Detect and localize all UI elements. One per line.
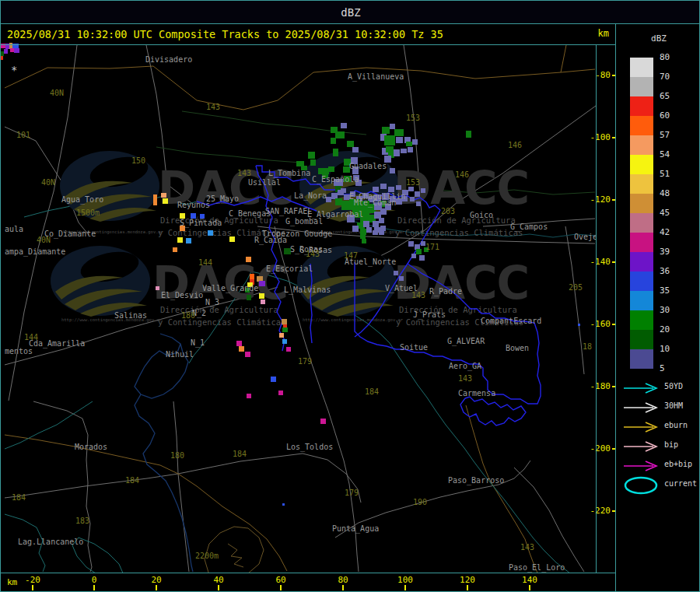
echo-cell: [279, 333, 284, 338]
route-label: 143: [520, 544, 534, 552]
dbz-scale-block: [630, 271, 653, 291]
map-blue-line: [355, 262, 541, 404]
route-label: 101: [16, 131, 30, 139]
dbz-scale-label: 35: [660, 285, 683, 296]
echo-cell: [331, 138, 336, 144]
echo-cell: [286, 347, 291, 352]
route-label: 150: [131, 157, 145, 165]
marker-ellipse-icon: [622, 476, 663, 495]
legend-marker-label: current: [664, 479, 697, 488]
dbz-scale-label: 60: [660, 110, 683, 121]
echo-cell: [421, 188, 425, 193]
echo-cell: [382, 127, 390, 134]
bottom-axis-tick-label: 140: [514, 575, 545, 585]
dbz-scale-label: 42: [660, 227, 683, 237]
bottom-axis-tick-label: 60: [265, 575, 296, 585]
legend-marker-label: eb+bip: [664, 460, 692, 468]
place-label: G_Campos: [510, 223, 548, 231]
place-label: 25_Mayo: [206, 195, 239, 203]
echo-cell: [153, 194, 157, 201]
echo-cell: [247, 295, 251, 300]
echo-cell: [310, 159, 316, 166]
place-label: ampa_Diamante: [5, 248, 65, 256]
legend-marker-label: eburn: [664, 421, 688, 429]
bottom-axis-unit: km: [7, 577, 17, 587]
dbz-scale-label: 10: [660, 344, 683, 354]
echo-cell: [390, 124, 395, 129]
bottom-axis-tick-mark: [342, 585, 344, 590]
place-label: Los_Toldos: [286, 443, 333, 451]
echo-cell: [245, 352, 250, 357]
dbz-scale-block: [630, 77, 653, 96]
dbz-scale-label: 54: [660, 149, 683, 159]
map-blue-line: [256, 166, 285, 351]
route-label: 40N: [41, 179, 55, 187]
echo-cell: [466, 131, 471, 138]
dbz-scale-block: [630, 135, 653, 155]
dbz-scale-block: [630, 252, 653, 271]
place-label: N_3: [205, 299, 219, 307]
route-label: 183: [75, 517, 89, 525]
echo-cell: [246, 257, 251, 262]
bottom-axis-tick-label: -20: [17, 575, 48, 585]
legend-panel: dBZ 807065605754514845423936353020105 50…: [615, 24, 700, 592]
echo-cell: [271, 377, 276, 382]
place-label: G_bombal: [285, 218, 323, 226]
legend-marker-row: eb+bip: [616, 457, 700, 475]
bottom-axis-tick-mark: [156, 585, 157, 590]
route-label: 180: [170, 452, 184, 460]
dbz-scale-block: [630, 155, 653, 174]
echo-cell: [386, 146, 394, 152]
echo-cell: [408, 187, 414, 191]
dbz-scale-block: [630, 330, 653, 349]
place-label: Paso_El_Loro: [509, 564, 565, 572]
echo-cell: [278, 391, 283, 395]
route-label: 143: [306, 250, 320, 258]
dbz-scale-label: 51: [660, 169, 683, 179]
dbz-scale-block: [630, 194, 653, 213]
place-label: mentos: [5, 348, 33, 356]
route-label: 179: [298, 358, 312, 366]
place-label: C_Española: [312, 176, 359, 184]
route-label: 143: [237, 170, 251, 177]
bottom-axis-tick-label: 100: [390, 575, 421, 585]
place-label: R_Padre: [429, 288, 462, 296]
place-label: Morados: [75, 443, 107, 451]
place-label: Mte_Coman: [354, 199, 396, 207]
place-label: Soitue: [400, 344, 428, 352]
asterisk-marker: *: [11, 66, 17, 74]
legend-marker-row: 50YD: [616, 379, 700, 398]
echo-cell: [247, 394, 251, 398]
dbz-scale-block: [630, 58, 653, 77]
echo-cell: [373, 187, 379, 192]
place-label: R_Caida: [254, 236, 287, 244]
map-border-right: [596, 44, 597, 573]
echo-cell: [328, 166, 334, 172]
marker-arrow-icon: [622, 418, 663, 436]
legend-marker-row: bip: [616, 437, 700, 456]
route-label: 40N: [50, 89, 64, 97]
bottom-axis-tick-mark: [93, 585, 95, 590]
dbz-scale-block: [630, 96, 653, 116]
header-km-label: km: [598, 28, 609, 39]
echo-cell: [180, 213, 185, 219]
bottom-axis-tick-mark: [32, 585, 33, 590]
map-canvas[interactable]: DACCDirección de Agriculturay Contingenc…: [1, 1, 596, 573]
echo-cell: [411, 254, 416, 258]
place-label: aula: [5, 226, 23, 233]
echo-cell: [229, 236, 235, 242]
echo-cell: [250, 274, 254, 279]
route-label: 179: [345, 489, 359, 497]
place-label: Paso_Barroso: [448, 477, 504, 485]
echo-cell: [384, 135, 395, 145]
route-label: 184: [12, 494, 26, 502]
place-label: N_1: [191, 339, 205, 347]
legend-title: dBZ: [616, 33, 700, 44]
echo-cell: [416, 201, 421, 206]
dbz-scale-label: 30: [660, 305, 683, 315]
echo-cell: [578, 324, 580, 326]
echo-cell: [373, 230, 378, 235]
dbz-scale-block: [630, 213, 653, 233]
route-label: 184: [233, 450, 247, 458]
echo-cell: [366, 227, 372, 233]
